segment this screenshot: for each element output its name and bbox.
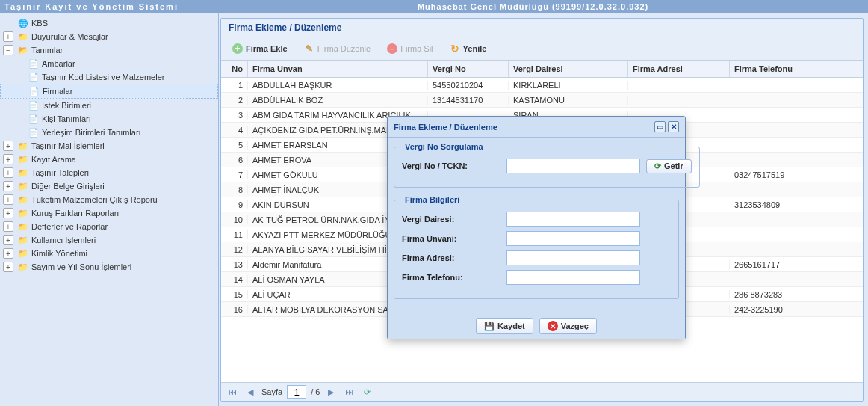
plus-icon: +	[232, 43, 243, 54]
tree-tasinirmal[interactable]: +📁Taşınır Mal İşlemleri	[0, 139, 218, 153]
tree-digerbelge[interactable]: +📁Diğer Belge Girişleri	[0, 179, 218, 193]
pencil-icon: ✎	[304, 43, 314, 54]
cancel-icon: ✕	[548, 321, 558, 331]
folder-icon: 📁	[17, 235, 29, 245]
dialog-collapse-button[interactable]: ▭	[654, 121, 666, 132]
col-unvan[interactable]: Firma Unvan	[248, 61, 428, 77]
edit-firma-button[interactable]: ✎Firma Düzenle	[297, 40, 378, 57]
firma-edit-dialog: Firma Ekleme / Düzenleme ▭ ✕ Vergi No So…	[387, 116, 686, 339]
firmaunvan-input[interactable]	[506, 231, 640, 246]
tree-yerlesim[interactable]: 📄Yerleşim Birimleri Tanımları	[0, 126, 218, 139]
panel-title: Firma Ekleme / Düzenleme	[221, 19, 863, 37]
tree-kbs[interactable]: 🌐KBS	[0, 16, 218, 30]
lbl-vergino: Vergi No / TCKN:	[402, 162, 506, 170]
vergino-input[interactable]	[506, 159, 640, 173]
folder-icon: 📁	[17, 208, 29, 218]
sidebar-tree: 🌐KBS +📁Duyurular & Mesajlar −📂Tanımlar 📄…	[0, 13, 219, 406]
tree-sayim[interactable]: +📁Sayım ve Yıl Sonu İşlemleri	[0, 260, 218, 274]
pager-next[interactable]: ▶	[324, 385, 338, 399]
table-row[interactable]: 2ABDÜLHALİK BOZ13144531170KASTAMONU	[221, 93, 863, 108]
tree-istek[interactable]: 📄İstek Birimleri	[0, 99, 218, 112]
refresh-button[interactable]: ↻Yenile	[443, 40, 494, 57]
col-tel[interactable]: Firma Telefonu	[730, 61, 849, 77]
dialog-close-button[interactable]: ✕	[668, 121, 679, 132]
folder-icon: 📁	[17, 31, 29, 42]
minus-icon: −	[387, 43, 397, 54]
tree-defterler[interactable]: +📁Defterler ve Raporlar	[0, 220, 218, 233]
page-icon: 📄	[28, 114, 40, 124]
folder-icon: 📁	[17, 262, 29, 272]
pager-last[interactable]: ⏭	[342, 385, 356, 399]
dialog-titlebar[interactable]: Firma Ekleme / Düzenleme ▭ ✕	[388, 117, 685, 138]
tree-tanimlar[interactable]: −📂Tanımlar	[0, 43, 218, 57]
app-header: Taşınır Kayıt ve Yönetim Sistemi Muhaseb…	[0, 0, 868, 13]
tree-ambarlar[interactable]: 📄Ambarlar	[0, 57, 218, 70]
vergidairesi-input[interactable]	[506, 212, 640, 227]
tree-tasinirkod[interactable]: 📄Taşınır Kod Listesi ve Malzemeler	[0, 70, 218, 84]
folder-icon: 📁	[17, 181, 29, 191]
tree-kullanici[interactable]: +📁Kullanıcı İşlemleri	[0, 233, 218, 247]
app-subtitle: Muhasebat Genel Müdürlüğü (99199/12.0.32…	[418, 2, 648, 11]
folder-icon: 📁	[17, 221, 29, 232]
tree-firmalar[interactable]: 📄Firmalar	[0, 84, 218, 99]
folder-icon: 📁	[17, 248, 29, 259]
refresh-icon: ⟳	[654, 162, 661, 171]
save-button[interactable]: 💾Kaydet	[476, 318, 533, 334]
page-icon: 📄	[28, 58, 40, 69]
tree-kisi[interactable]: 📄Kişi Tanımları	[0, 112, 218, 126]
col-vergid[interactable]: Vergi Dairesi	[509, 61, 628, 77]
folder-icon: 📁	[17, 167, 29, 178]
add-firma-button[interactable]: +Firma Ekle	[226, 40, 294, 57]
tree-kayitarama[interactable]: +📁Kayıt Arama	[0, 153, 218, 166]
toolbar: +Firma Ekle ✎Firma Düzenle −Firma Sil ↻Y…	[221, 37, 863, 61]
col-vergino[interactable]: Vergi No	[428, 61, 509, 77]
pager-first[interactable]: ⏮	[226, 385, 239, 399]
refresh-icon: ↻	[450, 43, 460, 54]
tree-kurus[interactable]: +📁Kuruş Farkları Raporları	[0, 206, 218, 220]
col-adres[interactable]: Firma Adresi	[628, 61, 730, 77]
tree-tasinirtalep[interactable]: +📁Taşınır Talepleri	[0, 166, 218, 179]
cancel-button[interactable]: ✕Vazgeç	[539, 318, 597, 334]
page-icon: 📄	[28, 100, 40, 111]
pager: ⏮ ◀ Sayfa / 6 ▶ ⏭ ⟳	[221, 382, 863, 401]
getir-button[interactable]: ⟳Getir	[646, 159, 692, 173]
page-icon: 📄	[28, 72, 40, 82]
firmatelefon-input[interactable]	[506, 270, 640, 285]
firma-bilgi-group: Firma Bilgileri Vergi Dairesi: Firma Unv…	[394, 195, 679, 299]
app-title: Taşınır Kayıt ve Yönetim Sistemi	[4, 2, 179, 11]
folder-icon: 📁	[17, 154, 29, 164]
save-icon: 💾	[484, 322, 495, 331]
tree-tuketim[interactable]: +📁Tüketim Malzemeleri Çıkış Roporu	[0, 193, 218, 206]
folder-open-icon: 📂	[17, 45, 29, 55]
vergino-sorgu-group: Vergi No Sorgulama Vergi No / TCKN: ⟳Get…	[394, 142, 700, 188]
delete-firma-button[interactable]: −Firma Sil	[380, 40, 439, 57]
firmaadres-input[interactable]	[506, 250, 640, 265]
pager-page-input[interactable]	[287, 385, 306, 399]
folder-icon: 📁	[17, 194, 29, 205]
globe-icon: 🌐	[17, 18, 29, 28]
dialog-title: Firma Ekleme / Düzenleme	[394, 123, 497, 132]
table-row[interactable]: 1ABDULLAH BAŞKUR54550210204KIRKLARELİ	[221, 78, 863, 93]
page-icon: 📄	[28, 86, 40, 96]
tree-duyurular[interactable]: +📁Duyurular & Mesajlar	[0, 30, 218, 43]
col-no[interactable]: No	[221, 61, 248, 77]
page-icon: 📄	[28, 127, 40, 138]
grid-header: No Firma Unvan Vergi No Vergi Dairesi Fi…	[221, 61, 863, 78]
tree-kimlik[interactable]: +📁Kimlik Yönetimi	[0, 247, 218, 260]
pager-prev[interactable]: ◀	[244, 385, 257, 399]
folder-icon: 📁	[17, 141, 29, 151]
pager-refresh[interactable]: ⟳	[360, 385, 373, 399]
